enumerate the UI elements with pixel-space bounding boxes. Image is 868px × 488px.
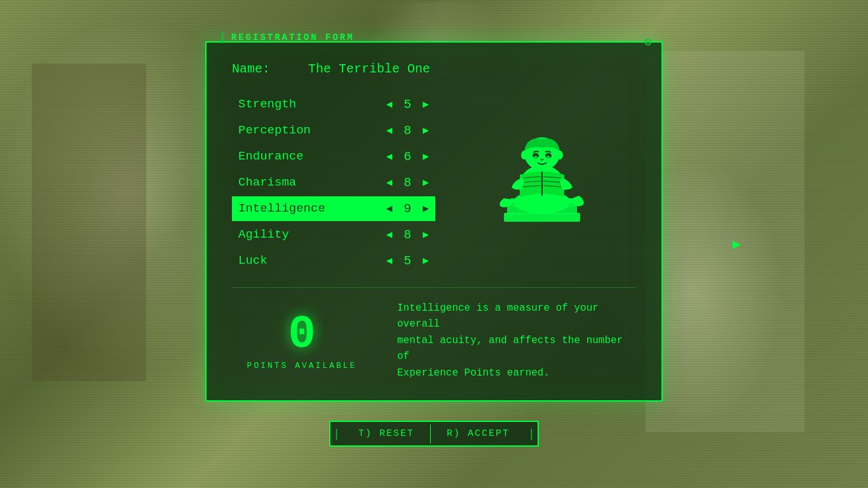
- bottom-section: 0 POINTS AVAILABLE Intelligence is a mea…: [232, 287, 636, 382]
- stat-row-endurance[interactable]: Endurance ◀ 6 ▶: [232, 144, 435, 169]
- stat-name-strength: Strength: [238, 97, 327, 111]
- corner-decoration: ⚙: [644, 34, 652, 50]
- arrow-left-charisma[interactable]: ◀: [386, 176, 393, 189]
- name-value: The Terrible One: [308, 62, 430, 76]
- stat-row-charisma[interactable]: Charisma ◀ 8 ▶: [232, 170, 435, 195]
- registration-dialog: | REGISTRATION FORM ⚙ Name: The Terrible…: [205, 41, 663, 402]
- stat-value-charisma: 8: [401, 175, 414, 190]
- right-panel: [448, 92, 636, 274]
- arrow-left-perception[interactable]: ◀: [386, 124, 393, 137]
- stat-value-luck: 5: [401, 254, 414, 268]
- arrow-left-endurance[interactable]: ◀: [386, 150, 393, 163]
- stat-name-endurance: Endurance: [238, 149, 327, 163]
- buttons-container: | T) RESET R) ACCEPT |: [329, 421, 539, 447]
- name-row: Name: The Terrible One: [232, 62, 636, 76]
- stat-description: Intelligence is a measure of your overal…: [397, 301, 636, 382]
- vault-boy-svg: [485, 102, 599, 235]
- arrow-right-endurance[interactable]: ▶: [423, 150, 429, 163]
- stats-area: Strength ◀ 5 ▶ Perception ◀ 8 ▶: [232, 92, 636, 274]
- title-bracket-left: |: [219, 31, 226, 44]
- stat-controls-agility: ◀ 8 ▶: [386, 227, 429, 242]
- arrow-right-luck[interactable]: ▶: [423, 254, 429, 267]
- bracket-right: |: [526, 428, 538, 440]
- stat-row-perception[interactable]: Perception ◀ 8 ▶: [232, 118, 435, 143]
- bottom-line: [207, 400, 661, 402]
- vault-boy-illustration: [478, 98, 606, 238]
- stat-row-luck[interactable]: Luck ◀ 5 ▶: [232, 248, 435, 273]
- stat-value-endurance: 6: [401, 149, 414, 164]
- stat-controls-endurance: ◀ 6 ▶: [386, 149, 429, 164]
- stat-value-intelligence: 9: [401, 201, 414, 216]
- stat-controls-charisma: ◀ 8 ▶: [386, 175, 429, 190]
- stat-name-luck: Luck: [238, 254, 327, 268]
- dialog-overlay: | REGISTRATION FORM ⚙ Name: The Terrible…: [0, 0, 868, 488]
- dialog-title: REGISTRATION FORM: [231, 32, 355, 43]
- bracket-left: |: [330, 428, 342, 440]
- stat-name-agility: Agility: [238, 227, 327, 241]
- accept-button[interactable]: R) ACCEPT: [431, 422, 526, 445]
- points-number: 0: [288, 312, 315, 358]
- dialog-body: Name: The Terrible One Strength ◀ 5 ▶: [207, 43, 661, 401]
- bottom-buttons-area: | T) RESET R) ACCEPT |: [329, 421, 539, 447]
- arrow-left-strength[interactable]: ◀: [386, 98, 393, 111]
- arrow-left-intelligence[interactable]: ◀: [386, 202, 393, 215]
- name-label: Name:: [232, 62, 270, 76]
- stat-row-intelligence[interactable]: Intelligence ◀ 9 ▶: [232, 196, 435, 221]
- arrow-left-agility[interactable]: ◀: [386, 228, 393, 241]
- svg-point-16: [534, 156, 538, 158]
- stat-value-agility: 8: [401, 227, 414, 242]
- stat-controls-intelligence: ◀ 9 ▶: [386, 201, 429, 216]
- stat-row-strength[interactable]: Strength ◀ 5 ▶: [232, 92, 435, 117]
- svg-rect-0: [504, 213, 580, 222]
- stat-controls-perception: ◀ 8 ▶: [386, 123, 429, 138]
- title-bar: | REGISTRATION FORM: [219, 31, 355, 44]
- stat-name-intelligence: Intelligence: [238, 201, 327, 215]
- arrow-left-luck[interactable]: ◀: [386, 254, 393, 267]
- arrow-right-strength[interactable]: ▶: [423, 98, 429, 111]
- arrow-right-charisma[interactable]: ▶: [423, 176, 429, 189]
- points-label: POINTS AVAILABLE: [247, 361, 357, 370]
- reset-button[interactable]: T) RESET: [342, 422, 430, 445]
- points-section: 0 POINTS AVAILABLE: [232, 301, 372, 382]
- arrow-right-intelligence[interactable]: ▶: [423, 202, 429, 215]
- stat-controls-strength: ◀ 5 ▶: [386, 97, 429, 112]
- stat-value-perception: 8: [401, 123, 414, 138]
- arrow-right-perception[interactable]: ▶: [423, 124, 429, 137]
- svg-point-17: [546, 156, 550, 158]
- arrow-right-agility[interactable]: ▶: [423, 228, 429, 241]
- stat-name-charisma: Charisma: [238, 175, 327, 189]
- stat-controls-luck: ◀ 5 ▶: [386, 254, 429, 268]
- stat-value-strength: 5: [401, 97, 414, 112]
- svg-point-18: [521, 151, 527, 159]
- stat-row-agility[interactable]: Agility ◀ 8 ▶: [232, 222, 435, 247]
- svg-point-19: [557, 151, 563, 159]
- description-section: Intelligence is a measure of your overal…: [384, 301, 636, 382]
- stats-list: Strength ◀ 5 ▶ Perception ◀ 8 ▶: [232, 92, 435, 274]
- stat-name-perception: Perception: [238, 123, 327, 137]
